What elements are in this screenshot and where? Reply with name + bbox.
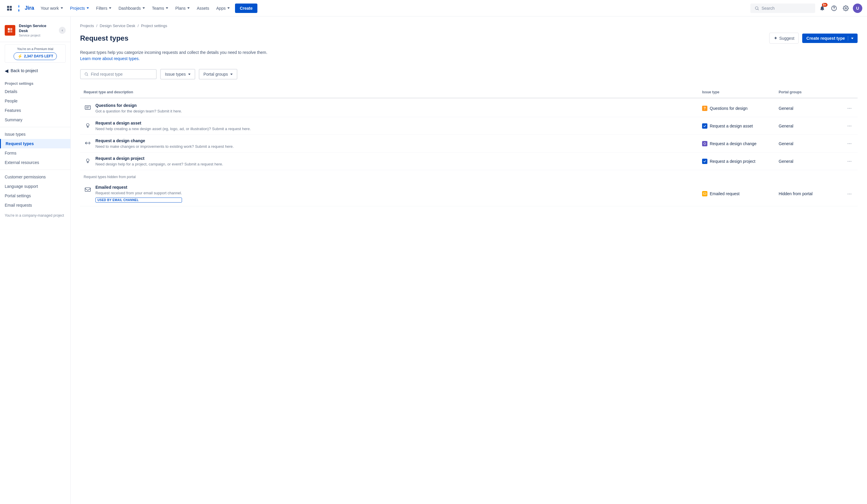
jira-logo-icon bbox=[15, 5, 22, 12]
breadcrumb-sep-2: / bbox=[138, 23, 139, 28]
create-label: Create request type bbox=[806, 36, 845, 41]
request-type-icon-3 bbox=[84, 139, 92, 147]
svg-rect-6 bbox=[8, 31, 10, 33]
help-button[interactable] bbox=[829, 3, 839, 13]
project-type: Service project bbox=[19, 34, 55, 37]
email-channel-badge: USED BY EMAIL CHANNEL bbox=[95, 197, 182, 203]
assets-nav[interactable]: Assets bbox=[194, 4, 212, 12]
request-type-cell-2: Request a design asset Need help creatin… bbox=[80, 121, 698, 131]
request-type-icon-emailed bbox=[84, 185, 92, 194]
your-work-nav[interactable]: Your work bbox=[38, 4, 66, 12]
breadcrumb-projects[interactable]: Projects bbox=[80, 23, 94, 28]
portal-groups-chevron bbox=[230, 74, 233, 75]
svg-point-2 bbox=[834, 9, 834, 10]
issue-type-name-3: Request a design change bbox=[710, 141, 757, 146]
sidebar-item-external-resources[interactable]: External resources bbox=[0, 158, 71, 167]
find-input-container[interactable] bbox=[80, 69, 157, 79]
project-icon bbox=[5, 25, 15, 36]
issue-types-filter[interactable]: Issue types bbox=[160, 69, 195, 79]
desc-line1: Request types help you categorize incomi… bbox=[80, 50, 267, 55]
sidebar-item-forms[interactable]: Forms bbox=[0, 148, 71, 158]
create-request-type-button[interactable]: Create request type bbox=[802, 34, 858, 43]
request-type-cell-3: Request a design change Need to make cha… bbox=[80, 138, 698, 149]
svg-rect-13 bbox=[85, 188, 90, 192]
teams-nav[interactable]: Teams bbox=[149, 4, 171, 12]
more-button-1[interactable]: ··· bbox=[840, 104, 858, 112]
portal-group-cell-2: General bbox=[775, 124, 840, 128]
settings-button[interactable] bbox=[841, 3, 850, 13]
sidebar-item-issue-types[interactable]: Issue types bbox=[0, 130, 71, 139]
suggest-button[interactable]: ✦ Suggest bbox=[769, 33, 799, 44]
more-button-2[interactable]: ··· bbox=[840, 121, 858, 130]
more-icon-emailed[interactable]: ··· bbox=[845, 190, 854, 198]
sidebar-item-people[interactable]: People bbox=[0, 96, 71, 106]
sidebar-item-language-support[interactable]: Language support bbox=[0, 182, 71, 191]
sidebar-item-details[interactable]: Details bbox=[0, 87, 71, 96]
search-box[interactable]: Search bbox=[750, 3, 815, 13]
dashboards-chevron bbox=[142, 7, 145, 9]
help-icon bbox=[831, 5, 837, 11]
issue-type-name-2: Request a design asset bbox=[710, 124, 753, 128]
arrows-icon bbox=[85, 140, 91, 146]
checkmark-icon bbox=[703, 124, 706, 128]
learn-more-link[interactable]: Learn more about request types. bbox=[80, 56, 140, 61]
sidebar-divider-2 bbox=[0, 170, 71, 170]
sidebar-item-features[interactable]: Features bbox=[0, 106, 71, 115]
request-type-desc-2: Need help creating a new design asset (e… bbox=[95, 127, 251, 131]
more-button-3[interactable]: ··· bbox=[840, 139, 858, 148]
trial-days-button[interactable]: ⚡ 2,347 DAYS LEFT bbox=[13, 52, 57, 60]
sidebar-item-customer-permissions[interactable]: Customer permissions bbox=[0, 172, 71, 182]
breadcrumb-project-name[interactable]: Design Service Desk bbox=[100, 23, 136, 28]
more-icon-4[interactable]: ··· bbox=[845, 157, 854, 165]
user-avatar[interactable]: U bbox=[853, 3, 862, 13]
collapse-sidebar-button[interactable]: ‹ bbox=[59, 27, 66, 34]
request-type-cell-1: Questions for design Got a question for … bbox=[80, 103, 698, 113]
suggest-label: Suggest bbox=[779, 36, 794, 41]
top-navigation: Jira Your work Projects Filters Dashboar… bbox=[0, 0, 867, 17]
description-block: Request types help you categorize incomi… bbox=[80, 50, 858, 62]
apps-grid-button[interactable] bbox=[5, 3, 14, 13]
issue-type-cell-3: Request a design change bbox=[698, 141, 775, 146]
sidebar-item-portal-settings[interactable]: Portal settings bbox=[0, 191, 71, 201]
find-search-icon bbox=[84, 72, 88, 76]
issue-type-icon-1: ? bbox=[702, 106, 707, 111]
more-icon-2[interactable]: ··· bbox=[845, 121, 854, 130]
sidebar-project-header: Design Service Desk Service project ‹ bbox=[0, 21, 71, 42]
notifications-button[interactable]: 9+ bbox=[817, 3, 827, 13]
svg-rect-5 bbox=[10, 28, 12, 30]
sidebar-item-summary[interactable]: Summary bbox=[0, 115, 71, 125]
breadcrumb-sep-1: / bbox=[96, 23, 97, 28]
issue-type-cell-2: Request a design asset bbox=[698, 124, 775, 129]
sidebar-item-request-types[interactable]: Request types bbox=[0, 139, 71, 148]
sidebar-item-email-requests[interactable]: Email requests bbox=[0, 201, 71, 210]
more-icon-3[interactable]: ··· bbox=[845, 139, 854, 148]
filters-nav[interactable]: Filters bbox=[93, 4, 114, 12]
more-button-emailed[interactable]: ··· bbox=[840, 190, 858, 198]
table-row-hidden: Emailed request Request received from yo… bbox=[80, 181, 858, 206]
trial-days-label: 2,347 DAYS LEFT bbox=[24, 54, 53, 58]
grid-icon bbox=[7, 6, 12, 11]
issue-type-cell-emailed: Emailed request bbox=[698, 191, 775, 196]
breadcrumb: Projects / Design Service Desk / Project… bbox=[80, 23, 858, 28]
svg-point-12 bbox=[86, 159, 89, 162]
jira-logo[interactable]: Jira bbox=[15, 5, 34, 12]
more-button-4[interactable]: ··· bbox=[840, 157, 858, 165]
request-type-info-emailed: Emailed request Request received from yo… bbox=[95, 185, 182, 203]
projects-nav[interactable]: Projects bbox=[67, 4, 92, 12]
portal-groups-filter[interactable]: Portal groups bbox=[199, 69, 237, 79]
create-button[interactable]: Create bbox=[235, 3, 257, 13]
plans-nav[interactable]: Plans bbox=[172, 4, 193, 12]
project-name: Design Service Desk bbox=[19, 23, 55, 34]
request-type-info-1: Questions for design Got a question for … bbox=[95, 103, 182, 113]
main-layout: Design Service Desk Service project ‹ Yo… bbox=[0, 17, 867, 504]
find-request-type-input[interactable] bbox=[91, 72, 152, 76]
portal-group-cell-1: General bbox=[775, 106, 840, 111]
checkmark-icon-2 bbox=[703, 160, 706, 163]
description-text: Request types help you categorize incomi… bbox=[80, 50, 858, 62]
jira-logo-text: Jira bbox=[25, 5, 34, 11]
dashboards-nav[interactable]: Dashboards bbox=[116, 4, 148, 12]
apps-nav[interactable]: Apps bbox=[213, 4, 233, 12]
more-icon-1[interactable]: ··· bbox=[845, 104, 854, 112]
back-to-project-button[interactable]: ◀ Back to project bbox=[0, 65, 71, 76]
chat-icon bbox=[85, 105, 91, 111]
